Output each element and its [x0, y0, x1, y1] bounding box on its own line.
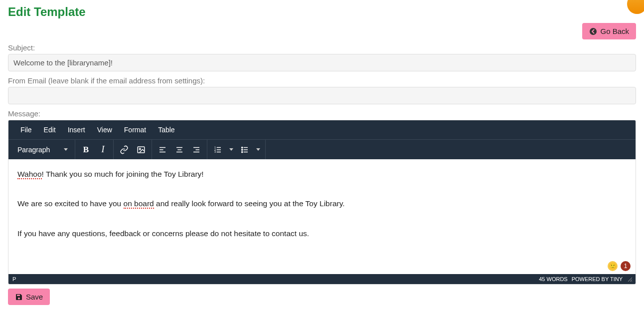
- editor-content[interactable]: Wahoo! Thank you so much for joining the…: [8, 159, 636, 274]
- rich-text-editor: File Edit Insert View Format Table Parag…: [8, 120, 636, 285]
- powered-by: POWERED BY TINY: [572, 276, 623, 282]
- page-title: Edit Template: [8, 5, 636, 19]
- editor-menubar: File Edit Insert View Format Table: [8, 120, 636, 139]
- menu-format[interactable]: Format: [118, 122, 152, 138]
- menu-table[interactable]: Table: [152, 122, 180, 138]
- save-label: Save: [26, 293, 43, 301]
- emoji-smile-icon[interactable]: 🙂: [608, 261, 618, 271]
- arrow-left-circle-icon: [589, 27, 597, 35]
- image-icon: [137, 145, 146, 154]
- svg-point-2: [140, 148, 141, 150]
- block-format-select[interactable]: Paragraph: [10, 141, 73, 158]
- link-icon: [120, 145, 129, 154]
- numbered-list-button[interactable]: 123: [209, 141, 226, 158]
- align-right-icon: [192, 145, 201, 154]
- svg-text:3: 3: [215, 151, 216, 153]
- svg-point-0: [590, 28, 597, 35]
- resize-handle[interactable]: [627, 276, 633, 282]
- align-right-button[interactable]: [188, 141, 205, 158]
- from-email-label: From Email (leave blank if the email add…: [8, 76, 636, 85]
- body-text: and really look forward to seeing you at…: [154, 199, 345, 208]
- bold-icon: B: [83, 145, 89, 155]
- word-count: 45 WORDS: [539, 276, 567, 282]
- from-email-input[interactable]: [8, 87, 636, 104]
- body-text: on board: [124, 199, 154, 209]
- notification-badge[interactable]: 1: [621, 261, 631, 271]
- menu-edit[interactable]: Edit: [38, 122, 62, 138]
- numbered-list-dropdown[interactable]: [226, 141, 236, 158]
- message-label: Message:: [8, 109, 636, 118]
- editor-statusbar: P 45 WORDS POWERED BY TINY: [8, 274, 636, 284]
- bullet-list-dropdown[interactable]: [253, 141, 263, 158]
- svg-line-24: [628, 278, 632, 282]
- body-text: ! Thank you so much for joining the Toy …: [42, 170, 204, 178]
- body-text: Wahoo: [17, 170, 42, 179]
- link-button[interactable]: [116, 141, 133, 158]
- save-button[interactable]: Save: [8, 289, 50, 305]
- align-left-icon: [158, 145, 167, 154]
- svg-point-22: [242, 149, 243, 150]
- go-back-button[interactable]: Go Back: [582, 23, 636, 39]
- align-left-button[interactable]: [154, 141, 171, 158]
- svg-point-23: [242, 151, 243, 152]
- italic-icon: I: [101, 144, 104, 155]
- save-icon: [15, 293, 23, 301]
- svg-point-21: [242, 147, 243, 148]
- body-text: We are so excited to have you: [17, 199, 124, 208]
- align-center-button[interactable]: [171, 141, 188, 158]
- body-text: If you have any questions, feedback or c…: [17, 228, 627, 239]
- bullet-list-icon: [240, 145, 249, 154]
- element-path[interactable]: P: [12, 276, 16, 282]
- resize-icon: [627, 276, 633, 282]
- menu-view[interactable]: View: [91, 122, 118, 138]
- align-center-icon: [175, 145, 184, 154]
- italic-button[interactable]: I: [94, 141, 111, 158]
- subject-input[interactable]: [8, 54, 636, 71]
- image-button[interactable]: [133, 141, 150, 158]
- go-back-label: Go Back: [600, 27, 629, 35]
- chevron-down-icon: [64, 148, 68, 151]
- menu-file[interactable]: File: [14, 122, 38, 138]
- svg-line-26: [632, 281, 632, 282]
- chevron-down-icon: [256, 148, 260, 151]
- bold-button[interactable]: B: [77, 141, 94, 158]
- subject-label: Subject:: [8, 43, 636, 52]
- chevron-down-icon: [229, 148, 233, 151]
- block-format-value: Paragraph: [17, 146, 50, 154]
- editor-toolbar: Paragraph B I: [8, 139, 636, 159]
- numbered-list-icon: 123: [213, 145, 222, 154]
- menu-insert[interactable]: Insert: [62, 122, 91, 138]
- bullet-list-button[interactable]: [236, 141, 253, 158]
